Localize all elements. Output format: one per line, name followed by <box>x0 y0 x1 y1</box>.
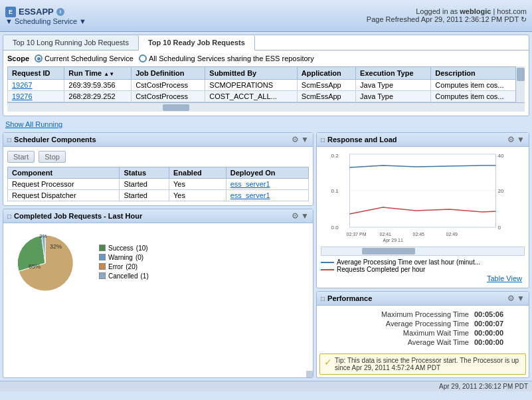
table-view-link[interactable]: Table View <box>321 273 525 284</box>
service-name: Scheduling Service <box>15 17 77 25</box>
request-id-link[interactable]: 19267 <box>12 81 33 89</box>
svg-text:40: 40 <box>498 153 504 159</box>
legend-label: Success <box>108 245 133 252</box>
performance-title: □ Performance <box>321 294 372 302</box>
sc-col-enabled: Enabled <box>169 167 226 179</box>
svg-text:Apr 29 11: Apr 29 11 <box>383 238 403 243</box>
cell-jobdef: CstCostProcess <box>132 91 205 102</box>
service-dropdown-icon[interactable]: ▼ <box>79 17 86 25</box>
scheduler-table: Component Status Enabled Deployed On Req… <box>7 167 309 201</box>
stop-button[interactable]: Stop <box>39 151 66 163</box>
show-all-running[interactable]: Show All Running <box>3 119 529 130</box>
svg-text:02:45: 02:45 <box>413 232 425 237</box>
scope-option2-label: All Scheduling Services sharing the ESS … <box>149 54 314 62</box>
response-collapse-icon[interactable]: □ <box>321 136 325 144</box>
scheduler-components-panel: □ Scheduler Components ⚙ ▼ Start Stop Co… <box>3 132 313 206</box>
request-id-link[interactable]: 19276 <box>12 92 33 100</box>
sc-server-link[interactable]: ess_server1 <box>230 180 270 188</box>
response-title-label: Response and Load <box>327 136 397 144</box>
legend-color-box <box>99 254 106 260</box>
legend-item: Cancelled (1) <box>99 272 149 280</box>
logged-in-label: Logged in as <box>416 7 458 15</box>
scope-option2[interactable]: All Scheduling Services sharing the ESS … <box>139 54 314 62</box>
sc-cell-status: Started <box>120 190 169 201</box>
service-label[interactable]: ▼ Scheduling Service ▼ <box>5 17 86 25</box>
col-description[interactable]: Description <box>431 67 525 80</box>
login-info: Logged in as weblogic | host.com <box>367 7 527 15</box>
col-application[interactable]: Application <box>297 67 355 80</box>
pie-label-success: 32% <box>50 243 62 250</box>
col-submitted[interactable]: Submitted By <box>205 67 298 80</box>
scope-option1[interactable]: Current Scheduling Service <box>35 54 133 62</box>
radio-dot-2 <box>139 54 147 62</box>
scroll-thumb-v <box>517 68 525 81</box>
cell-id: 19276 <box>8 91 64 102</box>
resize-handle[interactable] <box>306 371 313 377</box>
pie-legend: Success (10) Warning (0) Error (20) Canc… <box>99 245 149 280</box>
legend-label: Warning <box>108 254 133 261</box>
cell-exectype: Java Type <box>356 91 431 102</box>
perf-collapse-icon[interactable]: □ <box>321 295 325 302</box>
completed-gear-icon[interactable]: ⚙ ▼ <box>292 211 309 221</box>
table-scrollbar-h[interactable] <box>7 102 525 112</box>
perf-row-label: Maximum Processing Time <box>323 310 469 318</box>
refresh-icon[interactable]: ↻ <box>521 15 527 23</box>
scheduler-gear-icon[interactable]: ⚙ ▼ <box>292 135 309 144</box>
perf-row-value: 00:00:00 <box>469 329 522 337</box>
col-request-id[interactable]: Request ID <box>8 67 64 80</box>
app-title: E ESSAPP i <box>5 7 86 17</box>
response-gear-icon[interactable]: ⚙ ▼ <box>507 135 525 144</box>
tab-ready[interactable]: Top 10 Ready Job Requests <box>139 35 255 50</box>
info-icon[interactable]: i <box>56 8 64 16</box>
bottom-row: □ Scheduler Components ⚙ ▼ Start Stop Co… <box>3 132 529 378</box>
performance-header: □ Performance ⚙ ▼ <box>317 292 529 306</box>
perf-row-label: Average Processing Time <box>323 320 469 328</box>
table-scrollbar-v[interactable] <box>515 66 525 102</box>
completed-title: □ Completed Job Requests - Last Hour <box>7 212 142 220</box>
username: weblogic <box>460 7 491 15</box>
col-run-time[interactable]: Run Time ▲▼ <box>64 67 132 80</box>
col-exec-type[interactable]: Execution Type <box>356 67 431 80</box>
legend-count: (0) <box>135 254 143 261</box>
perf-row: Average Processing Time 00:00:07 <box>321 319 525 328</box>
legend-item: Error (20) <box>99 263 149 270</box>
legend-item: Success (10) <box>99 245 149 252</box>
chart-scrollbar[interactable] <box>321 247 525 256</box>
cell-submitted: COST_ACCT_ALL... <box>205 91 298 102</box>
main-content: Top 10 Long Running Job Requests Top 10 … <box>0 32 532 381</box>
table-row: 19267 269:39:59.356 CstCostProcess SCMOP… <box>8 80 525 91</box>
sc-cell-deployed: ess_server1 <box>226 179 308 190</box>
chart-legend: Average Processing Time over last hour (… <box>321 258 525 273</box>
perf-row-value: 00:00:00 <box>469 338 522 346</box>
pie-label-error: 65% <box>29 263 41 270</box>
app-name-label: ESSAPP <box>19 7 54 17</box>
chart-area: 0.2 0.1 0.0 40 20 0 02:37 PM 02:41 <box>317 147 529 288</box>
legend-label: Cancelled <box>108 272 137 280</box>
app-icon: E <box>5 7 16 17</box>
cell-desc: Computes item cos... <box>431 91 525 102</box>
col-job-def[interactable]: Job Definition <box>132 67 205 80</box>
tabs-panel: Top 10 Long Running Job Requests Top 10 … <box>3 35 529 116</box>
completed-jobs-panel: □ Completed Job Requests - Last Hour ⚙ ▼ <box>3 209 313 378</box>
start-button[interactable]: Start <box>7 151 35 163</box>
right-col: □ Response and Load ⚙ ▼ 0.2 <box>316 132 529 378</box>
sc-controls: Start Stop <box>7 151 309 163</box>
cell-id: 19267 <box>8 80 64 91</box>
legend-count: (1) <box>140 272 148 280</box>
response-title: □ Response and Load <box>321 136 397 144</box>
completed-collapse-icon[interactable]: □ <box>7 213 11 220</box>
radio-dot-1 <box>35 54 43 62</box>
tab-long-running[interactable]: Top 10 Long Running Job Requests <box>3 35 139 50</box>
sc-table-row: Request Processor Started Yes ess_server… <box>8 179 309 190</box>
sc-cell-status: Started <box>120 179 169 190</box>
pie-chart: 65% 32% 3% <box>9 229 88 295</box>
legend-item: Warning (0) <box>99 254 149 261</box>
collapse-icon[interactable]: □ <box>7 136 11 144</box>
scope-option1-label: Current Scheduling Service <box>44 54 133 62</box>
perf-gear-icon[interactable]: ⚙ ▼ <box>507 294 525 303</box>
sc-col-component: Component <box>8 167 120 179</box>
legend-blue: Average Processing Time over last hour (… <box>321 258 525 266</box>
status-text: Apr 29, 2011 2:36:12 PM PDT <box>439 383 528 390</box>
sc-server-link[interactable]: ess_server1 <box>230 191 270 199</box>
app-header: E ESSAPP i ▼ Scheduling Service ▼ Logged… <box>0 0 532 32</box>
